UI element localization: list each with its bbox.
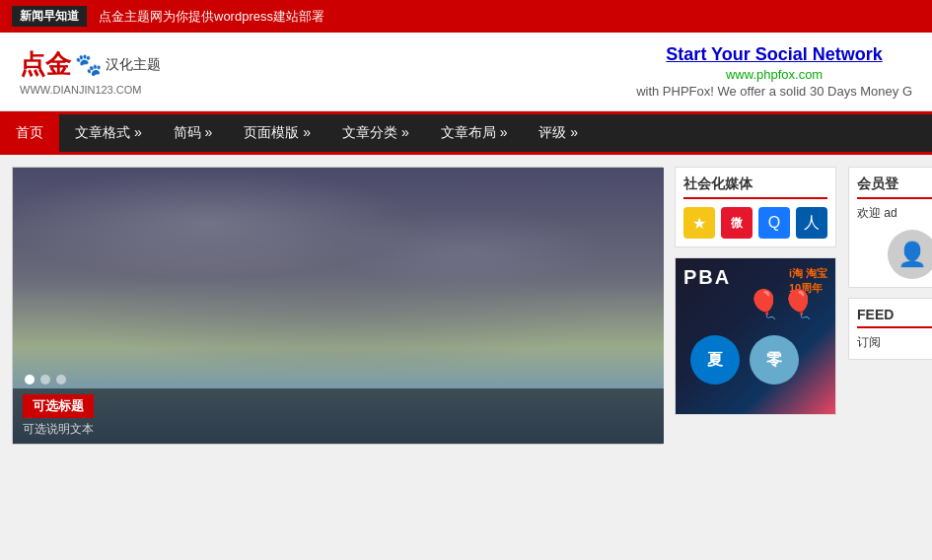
logo-area: 点金 🐾 汉化主题 WWW.DIANJIN123.COM <box>20 47 161 96</box>
feed-title: FEED <box>857 307 932 328</box>
avatar: 👤 <box>888 230 932 279</box>
ad-zero-text: 零 <box>750 335 799 385</box>
header: 点金 🐾 汉化主题 WWW.DIANJIN123.COM Start Your … <box>0 33 932 111</box>
member-section: 会员登 欢迎 ad 👤 <box>848 167 932 288</box>
ad-banner[interactable]: PBA i淘 淘宝10周年 🎈🎈 夏 零 <box>675 257 836 415</box>
renren-icon[interactable]: 人 <box>796 207 827 239</box>
top-bar: 新闻早知道 点金主题网为你提供wordpress建站部署 <box>0 0 932 33</box>
member-title: 会员登 <box>857 175 932 199</box>
ad-inner: PBA i淘 淘宝10周年 🎈🎈 夏 零 <box>676 258 835 414</box>
middle-sidebar: 社会化媒体 ★ 微 Q 人 PBA i淘 淘宝10周年 🎈🎈 夏 零 <box>675 167 836 445</box>
member-welcome: 欢迎 ad <box>857 205 932 222</box>
qq-icon[interactable]: Q <box>758 207 790 239</box>
header-desc: with PHPFox! We offer a solid 30 Days Mo… <box>636 84 912 99</box>
logo-sub-text: 汉化主题 <box>106 56 161 74</box>
paw-icon: 🐾 <box>75 52 102 78</box>
ad-summer-text: 夏 <box>690 335 740 385</box>
star-icon[interactable]: ★ <box>683 207 715 239</box>
social-icons: ★ 微 Q 人 <box>683 207 827 239</box>
featured-image: 可选标题 可选说明文本 <box>13 168 664 444</box>
featured-area: 可选标题 可选说明文本 <box>12 167 663 445</box>
logo-main-text: 点金 <box>20 47 71 82</box>
social-section: 社会化媒体 ★ 微 Q 人 <box>675 167 836 247</box>
social-network-link[interactable]: Start Your Social Network <box>636 44 912 65</box>
nav-item-rating[interactable]: 评级 » <box>523 114 594 152</box>
right-sidebar: 会员登 欢迎 ad 👤 FEED 订阅 <box>848 167 932 445</box>
top-bar-tag: 新闻早知道 <box>12 6 87 27</box>
main-nav: 首页 文章格式 » 简码 » 页面模版 » 文章分类 » 文章布局 » 评级 » <box>0 111 932 152</box>
logo-img: 点金 🐾 汉化主题 <box>20 47 161 82</box>
nav-item-home[interactable]: 首页 <box>0 114 59 152</box>
dot-2[interactable] <box>40 375 50 385</box>
social-title: 社会化媒体 <box>683 175 827 199</box>
feed-subscribe: 订阅 <box>857 334 932 351</box>
ad-balloon-icon: 🎈🎈 <box>747 288 816 320</box>
weibo-icon[interactable]: 微 <box>721 207 753 239</box>
logo-url: WWW.DIANJIN123.COM <box>20 84 141 96</box>
phpfox-url: www.phpfox.com <box>636 67 912 82</box>
nav-item-page-template[interactable]: 页面模版 » <box>228 114 326 152</box>
dot-3[interactable] <box>56 375 66 385</box>
main-content: 可选标题 可选说明文本 社会化媒体 ★ 微 Q 人 PBA i淘 淘宝10周年 … <box>0 155 932 456</box>
slideshow-dots <box>25 375 66 385</box>
ad-pba-text: PBA <box>683 266 731 289</box>
featured-caption: 可选标题 可选说明文本 <box>13 388 664 444</box>
nav-item-article-format[interactable]: 文章格式 » <box>59 114 158 152</box>
top-bar-text: 点金主题网为你提供wordpress建站部署 <box>99 8 324 26</box>
feed-section: FEED 订阅 <box>848 298 932 360</box>
nav-item-article-layout[interactable]: 文章布局 » <box>425 114 524 152</box>
caption-title: 可选标题 <box>23 394 94 418</box>
nav-item-article-category[interactable]: 文章分类 » <box>326 114 425 152</box>
dot-1[interactable] <box>25 375 35 385</box>
nav-item-shortcode[interactable]: 简码 » <box>158 114 229 152</box>
header-right: Start Your Social Network www.phpfox.com… <box>636 44 912 99</box>
caption-sub: 可选说明文本 <box>23 421 654 438</box>
